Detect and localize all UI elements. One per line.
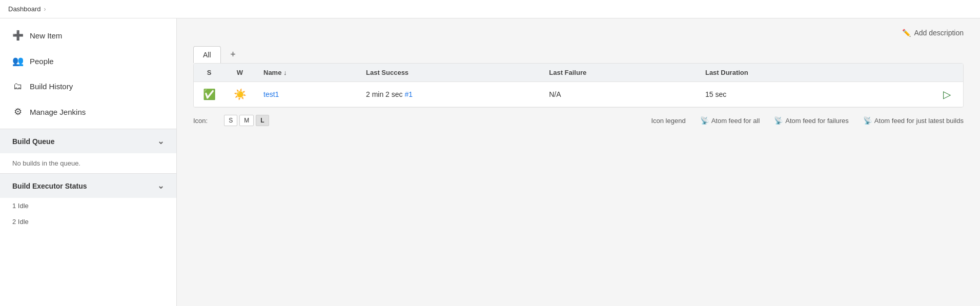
- sidebar-item-label-new-item: New Item: [30, 31, 62, 40]
- atom-feed-latest-label: Atom feed for just latest builds: [874, 117, 964, 125]
- top-bar: ✏️ Add description: [177, 18, 980, 42]
- run-button-0[interactable]: ▷: [939, 88, 955, 100]
- footer-right: Icon legend 📡 Atom feed for all 📡 Atom f…: [651, 116, 964, 125]
- tab-add-button[interactable]: +: [225, 47, 241, 63]
- col-header-w: W: [224, 64, 255, 82]
- breadcrumb-separator: ›: [44, 6, 46, 13]
- sidebar-item-manage-jenkins[interactable]: ⚙ Manage Jenkins: [0, 99, 176, 125]
- atom-feed-failures-label: Atom feed for failures: [785, 117, 849, 125]
- manage-jenkins-icon: ⚙: [12, 106, 24, 117]
- build-queue-section: Build Queue ⌄ No builds in the queue.: [0, 129, 176, 173]
- feed-icon-all: 📡: [700, 116, 709, 125]
- jobs-table-container: S W Name ↓ Last Success Last Failure Las…: [193, 63, 964, 108]
- sidebar-nav: ➕ New Item 👥 People 🗂 Build History ⚙ Ma…: [0, 18, 176, 129]
- col-header-last-success: Last Success: [358, 64, 541, 82]
- col-header-name[interactable]: Name ↓: [255, 64, 358, 82]
- edit-icon: ✏️: [902, 29, 911, 37]
- atom-feed-all-link[interactable]: 📡 Atom feed for all: [700, 116, 760, 125]
- tab-bar: All +: [177, 42, 980, 63]
- breadcrumb: Dashboard ›: [0, 0, 980, 18]
- layout: ➕ New Item 👥 People 🗂 Build History ⚙ Ma…: [0, 18, 980, 306]
- name-sort-label: Name ↓: [263, 69, 287, 76]
- icon-size-l[interactable]: L: [256, 115, 269, 126]
- build-executor-chevron: ⌄: [157, 181, 164, 191]
- sidebar-item-label-build-history: Build History: [30, 82, 73, 91]
- col-header-s: S: [194, 64, 224, 82]
- add-description-label: Add description: [914, 29, 964, 37]
- plus-icon: +: [230, 49, 236, 60]
- col-header-actions: [869, 64, 963, 82]
- row-status-0: ✅: [194, 82, 224, 107]
- tab-all-label: All: [203, 51, 211, 59]
- atom-feed-all-label: Atom feed for all: [711, 117, 760, 125]
- add-description-button[interactable]: ✏️ Add description: [902, 29, 964, 37]
- build-queue-title: Build Queue: [12, 137, 54, 146]
- job-link-0[interactable]: test1: [263, 90, 279, 98]
- build-history-icon: 🗂: [12, 81, 24, 92]
- row-last-success-0: 2 min 2 sec #1: [358, 82, 541, 107]
- icon-size-group: S M L: [224, 115, 269, 126]
- feed-icon-latest: 📡: [863, 116, 872, 125]
- feed-icon-failures: 📡: [774, 116, 783, 125]
- main-content: ✏️ Add description All + S W Na: [177, 18, 980, 306]
- row-name-0: test1: [255, 82, 358, 107]
- executor-2: 2 Idle: [0, 214, 176, 230]
- atom-feed-failures-link[interactable]: 📡 Atom feed for failures: [774, 116, 849, 125]
- jobs-table: S W Name ↓ Last Success Last Failure Las…: [194, 64, 963, 107]
- table-row: ✅ ☀️ test1 2 min 2 sec #1 N/A 15 sec ▷: [194, 82, 963, 107]
- sidebar-item-build-history[interactable]: 🗂 Build History: [0, 74, 176, 99]
- sidebar-item-new-item[interactable]: ➕ New Item: [0, 23, 176, 48]
- icon-legend-link[interactable]: Icon legend: [651, 117, 685, 125]
- row-weather-0: ☀️: [224, 82, 255, 107]
- build-queue-content: No builds in the queue.: [0, 153, 176, 173]
- row-actions-0: ▷: [869, 82, 963, 107]
- build-queue-header[interactable]: Build Queue ⌄: [0, 129, 176, 153]
- build-queue-chevron: ⌄: [157, 136, 164, 146]
- row-last-failure-0: N/A: [541, 82, 697, 107]
- table-body: ✅ ☀️ test1 2 min 2 sec #1 N/A 15 sec ▷: [194, 82, 963, 107]
- sidebar-item-label-manage-jenkins: Manage Jenkins: [30, 108, 86, 116]
- breadcrumb-dashboard[interactable]: Dashboard: [8, 5, 41, 13]
- col-header-last-failure: Last Failure: [541, 64, 697, 82]
- weather-icon: ☀️: [234, 89, 247, 100]
- col-header-last-duration: Last Duration: [697, 64, 869, 82]
- icon-size-s[interactable]: S: [224, 115, 237, 126]
- build-executor-title: Build Executor Status: [12, 182, 87, 190]
- sidebar: ➕ New Item 👥 People 🗂 Build History ⚙ Ma…: [0, 18, 177, 306]
- icon-size-m[interactable]: M: [239, 115, 254, 126]
- success-icon: ✅: [203, 89, 216, 100]
- footer-bar: Icon: S M L Icon legend 📡 Atom feed for …: [177, 108, 980, 133]
- tab-all[interactable]: All: [193, 46, 221, 63]
- table-header-row: S W Name ↓ Last Success Last Failure Las…: [194, 64, 963, 82]
- build-link-0[interactable]: #1: [404, 90, 413, 98]
- build-queue-empty: No builds in the queue.: [12, 159, 80, 167]
- icon-label: Icon:: [193, 117, 208, 125]
- build-executor-section: Build Executor Status ⌄ 1 Idle2 Idle: [0, 173, 176, 230]
- new-item-icon: ➕: [12, 30, 24, 41]
- sidebar-item-label-people: People: [30, 57, 54, 66]
- people-icon: 👥: [12, 55, 24, 67]
- sidebar-item-people[interactable]: 👥 People: [0, 48, 176, 74]
- row-last-duration-0: 15 sec: [697, 82, 869, 107]
- build-executor-header[interactable]: Build Executor Status ⌄: [0, 174, 176, 198]
- executor-1: 1 Idle: [0, 198, 176, 214]
- atom-feed-latest-link[interactable]: 📡 Atom feed for just latest builds: [863, 116, 964, 125]
